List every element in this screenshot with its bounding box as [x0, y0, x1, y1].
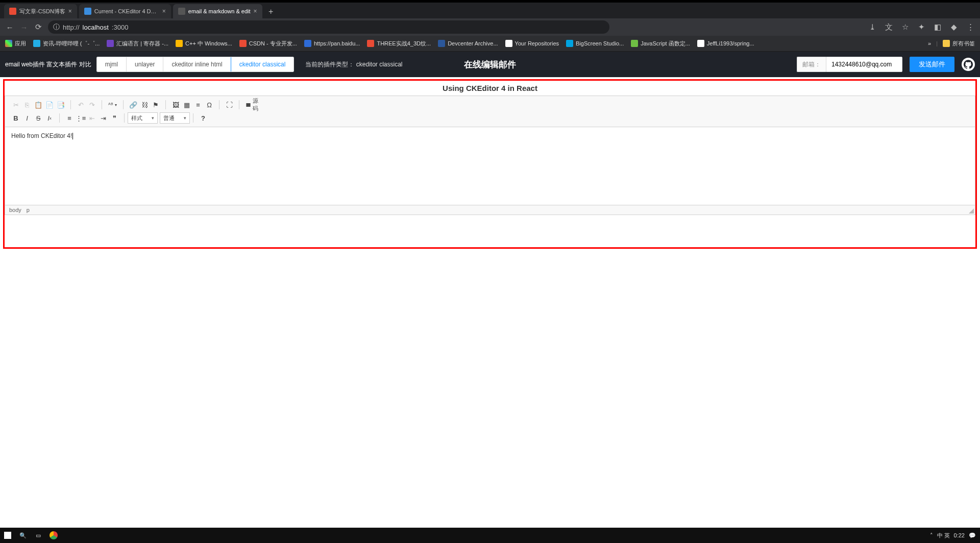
- start-button[interactable]: [0, 528, 15, 543]
- address-bar[interactable]: ⓘ http://localhost:3000: [48, 20, 609, 34]
- forward-button[interactable]: →: [19, 22, 29, 32]
- search-icon[interactable]: 🔍: [15, 528, 31, 543]
- close-icon[interactable]: ×: [162, 8, 166, 15]
- svg-rect-0: [4, 532, 11, 539]
- browser-tab-1[interactable]: Current - CKEditor 4 Documen ×: [79, 4, 171, 18]
- mail-input[interactable]: [826, 57, 902, 72]
- tab-title: email & markdown & edit: [188, 8, 251, 14]
- outdent-icon[interactable]: ⇤: [87, 113, 97, 123]
- bookmark-item[interactable]: BigScreen Studio...: [566, 40, 624, 47]
- browser-tab-2[interactable]: email & markdown & edit ×: [173, 4, 262, 18]
- anchor-icon[interactable]: ⚑: [151, 100, 161, 110]
- ime-indicator[interactable]: 中 英: [937, 532, 950, 539]
- new-tab-button[interactable]: +: [264, 5, 278, 18]
- apps-button[interactable]: 应用: [5, 40, 26, 48]
- format-combo[interactable]: 普通▾: [160, 112, 190, 124]
- paste-icon[interactable]: 📋: [33, 100, 43, 110]
- site-icon: [304, 40, 311, 47]
- bookmark-label: C++ 中 Windows...: [185, 40, 232, 48]
- about-icon[interactable]: ?: [198, 113, 208, 123]
- github-icon[interactable]: [962, 58, 975, 71]
- paste-text-icon[interactable]: 📄: [44, 100, 55, 110]
- bookmark-label: https://pan.baidu...: [314, 40, 360, 46]
- source-button[interactable]: 源码: [243, 100, 260, 110]
- info-icon[interactable]: ⓘ: [53, 22, 60, 32]
- path-body[interactable]: body: [9, 207, 21, 213]
- send-mail-button[interactable]: 发送邮件: [910, 57, 954, 72]
- styles-combo-label: 样式: [131, 114, 142, 122]
- indent-icon[interactable]: ⇥: [98, 113, 108, 123]
- hr-icon[interactable]: ≡: [193, 100, 203, 110]
- mail-prefix: 邮箱：: [797, 57, 826, 72]
- bookmark-star-icon[interactable]: ☆: [900, 22, 910, 32]
- specialchar-icon[interactable]: Ω: [204, 100, 214, 110]
- copy-icon[interactable]: ⎘: [22, 100, 32, 110]
- bookmark-item[interactable]: JeffLi1993/spring...: [697, 40, 754, 47]
- site-icon: [505, 40, 512, 47]
- reload-button[interactable]: ⟳: [34, 22, 43, 32]
- clock[interactable]: 0:22: [954, 532, 965, 538]
- translate-icon[interactable]: ⽂: [884, 22, 893, 32]
- extensions-icon[interactable]: ✦: [917, 22, 926, 32]
- close-icon[interactable]: ×: [68, 8, 72, 15]
- numlist-icon[interactable]: ≡: [64, 113, 75, 123]
- seg-ckeditor-inline[interactable]: ckeditor inline html: [163, 57, 231, 72]
- strike-icon[interactable]: S: [33, 113, 43, 123]
- browser-tab-0[interactable]: 写文章-CSDN博客 ×: [4, 4, 77, 18]
- bullist-icon[interactable]: ⋮≡: [76, 113, 86, 123]
- bold-icon[interactable]: B: [11, 113, 21, 123]
- paste-word-icon[interactable]: 📑: [56, 100, 66, 110]
- header-left-label: email web插件 富文本插件 对比: [5, 60, 91, 69]
- bookmark-item[interactable]: THREE实战4_3D纹...: [367, 40, 431, 48]
- tray-chevron-icon[interactable]: ˄: [930, 532, 933, 539]
- close-icon[interactable]: ×: [254, 8, 257, 15]
- all-bookmarks[interactable]: 所有书签: [943, 40, 975, 48]
- table-icon[interactable]: ▦: [182, 100, 192, 110]
- site-icon: [631, 40, 638, 47]
- install-icon[interactable]: ⤓: [868, 22, 877, 32]
- redo-icon[interactable]: ↷: [87, 100, 97, 110]
- apps-label: 应用: [15, 40, 26, 48]
- back-button[interactable]: ←: [5, 22, 14, 32]
- bookmark-item[interactable]: https://pan.baidu...: [304, 40, 360, 47]
- image-icon[interactable]: 🖼: [170, 100, 181, 110]
- site-icon: [107, 40, 114, 47]
- cut-icon[interactable]: ✂: [11, 100, 21, 110]
- italic-icon[interactable]: I: [22, 113, 32, 123]
- bookmark-item[interactable]: 汇编语言 | 寄存器 -...: [107, 40, 168, 48]
- bookmark-label: 汇编语言 | 寄存器 -...: [116, 40, 168, 48]
- bookmark-label: BigScreen Studio...: [576, 40, 624, 46]
- seg-unlayer[interactable]: unlayer: [127, 57, 163, 72]
- seg-mjml[interactable]: mjml: [97, 57, 127, 72]
- spellcheck-icon[interactable]: ᴬᴮ▾: [106, 100, 119, 110]
- extension-slot-icon[interactable]: ◧: [933, 22, 942, 32]
- resize-handle-icon[interactable]: [969, 208, 974, 214]
- ckeditor-content[interactable]: Hello from CKEditor 4!: [5, 127, 975, 205]
- seg-ckeditor-classical[interactable]: ckeditor classical: [231, 57, 295, 72]
- extension-slot-icon[interactable]: ◆: [949, 22, 959, 32]
- blockquote-icon[interactable]: ❞: [109, 113, 119, 123]
- styles-combo[interactable]: 样式▾: [128, 112, 158, 124]
- bookmark-item[interactable]: 资讯-哔哩哔哩 (゜-゜...: [33, 40, 100, 48]
- site-icon: [33, 40, 40, 47]
- taskview-icon[interactable]: ▭: [31, 528, 46, 543]
- maximize-icon[interactable]: ⛶: [224, 100, 234, 110]
- bookmark-item[interactable]: JavaScript 函数定...: [631, 40, 690, 48]
- bookmark-item[interactable]: C++ 中 Windows...: [176, 40, 232, 48]
- grid-icon: [5, 40, 12, 47]
- path-p[interactable]: p: [27, 207, 30, 213]
- notifications-icon[interactable]: 💬: [969, 532, 976, 539]
- removeformat-icon[interactable]: Ix: [44, 113, 55, 123]
- bookmark-item[interactable]: Your Repositories: [505, 40, 559, 47]
- unlink-icon[interactable]: ⛓: [139, 100, 150, 110]
- current-plugin: 当前的插件类型： ckeditor classical: [305, 60, 402, 69]
- menu-icon[interactable]: ⋮: [966, 22, 975, 32]
- undo-icon[interactable]: ↶: [76, 100, 86, 110]
- bookmark-label: THREE实战4_3D纹...: [377, 40, 431, 48]
- link-icon[interactable]: 🔗: [128, 100, 138, 110]
- bookmark-item[interactable]: Devcenter Archive...: [438, 40, 498, 47]
- bookmark-item[interactable]: CSDN - 专业开发...: [239, 40, 297, 48]
- chrome-taskbar-icon[interactable]: [46, 528, 61, 543]
- editor-heading: Using CKEditor 4 in React: [5, 81, 975, 96]
- bookmarks-overflow[interactable]: »: [928, 40, 931, 46]
